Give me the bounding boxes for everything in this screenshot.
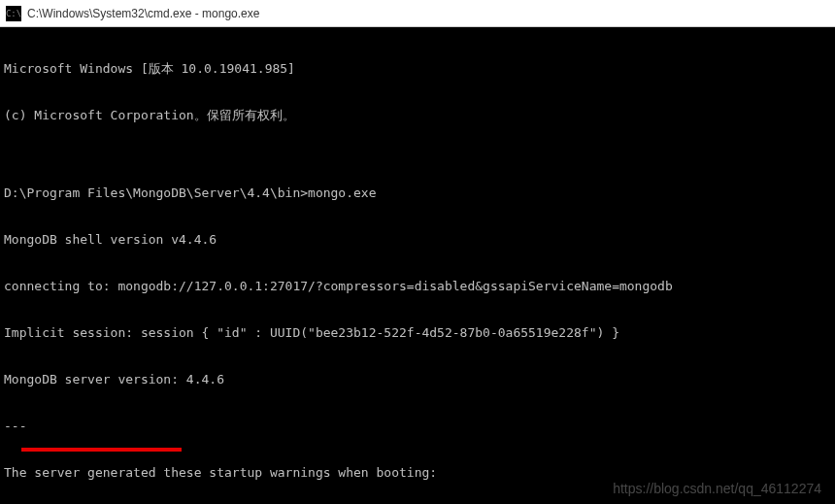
terminal-line: MongoDB server version: 4.4.6 [4,372,831,387]
terminal-body[interactable]: Microsoft Windows [版本 10.0.19041.985] (c… [0,27,835,504]
terminal-line: MongoDB shell version v4.4.6 [4,232,831,248]
terminal-line: The server generated these startup warni… [4,465,831,481]
terminal-line: Implicit session: session { "id" : UUID(… [4,325,831,341]
terminal-line: Microsoft Windows [版本 10.0.19041.985] [4,61,831,77]
terminal-line: connecting to: mongodb://127.0.0.1:27017… [4,279,831,294]
terminal-line: D:\Program Files\MongoDB\Server\4.4\bin>… [4,185,831,201]
annotation-highlight [21,448,182,452]
terminal-line: --- [4,419,831,434]
watermark-text: https://blog.csdn.net/qq_46112274 [613,481,821,496]
window-title: C:\Windows\System32\cmd.exe - mongo.exe [27,7,259,20]
titlebar[interactable]: C:\ C:\Windows\System32\cmd.exe - mongo.… [0,0,835,27]
cmd-icon: C:\ [6,6,21,21]
terminal-line: (c) Microsoft Corporation。保留所有权利。 [4,108,831,123]
